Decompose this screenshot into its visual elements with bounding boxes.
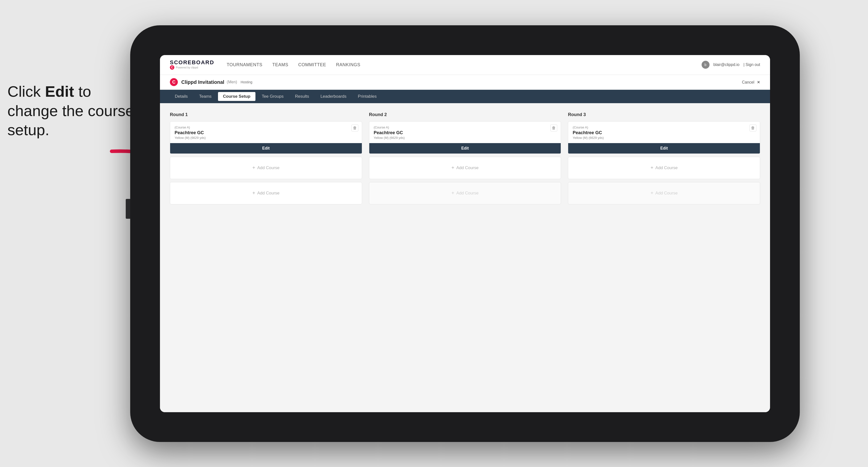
tab-leaderboards[interactable]: Leaderboards xyxy=(315,92,351,101)
add-course-label-6: Add Course xyxy=(655,191,678,196)
round-2-column: Round 2 🗑 (Course A) Peachtree GC Yellow… xyxy=(369,112,561,207)
tournament-gender: (Men) xyxy=(227,80,237,84)
round-2-course-card: 🗑 (Course A) Peachtree GC Yellow (M) (66… xyxy=(369,121,561,154)
round-3-delete-button[interactable]: 🗑 xyxy=(749,125,756,131)
tablet-screen: SCOREBOARD C Powered by clippd TOURNAMEN… xyxy=(160,55,770,412)
hosting-badge: Hosting xyxy=(241,80,252,84)
plus-icon-3: + xyxy=(452,165,454,170)
powered-by: C Powered by clippd xyxy=(170,65,214,70)
tournament-name: Clippd Invitational xyxy=(181,80,224,85)
add-course-label-2: Add Course xyxy=(257,191,279,196)
tab-results[interactable]: Results xyxy=(290,92,314,101)
round-2-course-name: Peachtree GC xyxy=(374,130,557,135)
round-1-course-card: 🗑 (Course A) Peachtree GC Yellow (M) (66… xyxy=(170,121,362,154)
annotation-text: Click Edit to change the course setup. xyxy=(7,82,136,139)
round-1-course-details: Yellow (M) (6629 yds) xyxy=(175,136,358,139)
round-1-delete-button[interactable]: 🗑 xyxy=(351,125,359,131)
tournament-logo: C xyxy=(170,78,178,86)
annotation-bold: Edit xyxy=(45,83,74,100)
nav-rankings[interactable]: RANKINGS xyxy=(336,62,360,67)
round-2-course-details: Yellow (M) (6629 yds) xyxy=(374,136,557,139)
main-content: Round 1 🗑 (Course A) Peachtree GC Yellow… xyxy=(160,103,770,412)
round-1-course-label: (Course A) xyxy=(175,125,358,129)
round-3-edit-button[interactable]: Edit xyxy=(568,143,760,154)
sign-out-link[interactable]: | Sign out xyxy=(744,62,760,67)
clippd-c-icon: C xyxy=(170,65,174,70)
round-2-header: Round 2 xyxy=(369,112,561,117)
round-3-course-details: Yellow (M) (6629 yds) xyxy=(572,136,755,139)
tablet-frame: SCOREBOARD C Powered by clippd TOURNAMEN… xyxy=(130,25,800,442)
nav-links: TOURNAMENTS TEAMS COMMITTEE RANKINGS xyxy=(227,62,702,67)
cancel-x-icon: ✕ xyxy=(757,80,760,84)
add-course-label-3: Add Course xyxy=(456,165,478,170)
round-1-add-course-1[interactable]: + Add Course xyxy=(170,157,362,179)
round-3-column: Round 3 🗑 (Course A) Peachtree GC Yellow… xyxy=(568,112,760,207)
plus-icon-6: + xyxy=(651,190,653,196)
tab-tee-groups[interactable]: Tee Groups xyxy=(257,92,289,101)
round-3-add-course-2: + Add Course xyxy=(568,182,760,205)
tab-details[interactable]: Details xyxy=(170,92,193,101)
round-1-add-course-2[interactable]: + Add Course xyxy=(170,182,362,205)
round-3-course-card: 🗑 (Course A) Peachtree GC Yellow (M) (66… xyxy=(568,121,760,154)
add-course-label-5: Add Course xyxy=(655,165,678,170)
plus-icon-5: + xyxy=(651,165,653,170)
round-3-header: Round 3 xyxy=(568,112,760,117)
tab-teams[interactable]: Teams xyxy=(194,92,217,101)
cancel-button[interactable]: Cancel ✕ xyxy=(742,80,760,85)
nav-teams[interactable]: TEAMS xyxy=(272,62,288,67)
nav-tournaments[interactable]: TOURNAMENTS xyxy=(227,62,262,67)
brand-logo: SCOREBOARD C Powered by clippd xyxy=(170,60,214,70)
sub-header: C Clippd Invitational (Men) Hosting Canc… xyxy=(160,75,770,90)
tab-course-setup[interactable]: Course Setup xyxy=(218,92,255,101)
plus-icon-4: + xyxy=(452,190,454,196)
round-1-edit-button[interactable]: Edit xyxy=(170,143,362,154)
add-course-label-4: Add Course xyxy=(456,191,478,196)
round-1-column: Round 1 🗑 (Course A) Peachtree GC Yellow… xyxy=(170,112,362,207)
add-course-label-1: Add Course xyxy=(257,165,279,170)
round-1-course-name: Peachtree GC xyxy=(175,130,358,135)
round-1-header: Round 1 xyxy=(170,112,362,117)
nav-right: b blair@clippd.io | Sign out xyxy=(702,61,761,69)
round-2-delete-button[interactable]: 🗑 xyxy=(550,125,557,131)
plus-icon-2: + xyxy=(252,190,255,196)
round-3-course-name: Peachtree GC xyxy=(572,130,755,135)
round-2-add-course-1[interactable]: + Add Course xyxy=(369,157,561,179)
brand-name: SCOREBOARD xyxy=(170,60,214,65)
tabs-bar: Details Teams Course Setup Tee Groups Re… xyxy=(160,90,770,103)
tab-printables[interactable]: Printables xyxy=(353,92,382,101)
round-3-course-label: (Course A) xyxy=(572,125,755,129)
rounds-grid: Round 1 🗑 (Course A) Peachtree GC Yellow… xyxy=(170,112,760,207)
nav-committee[interactable]: COMMITTEE xyxy=(298,62,327,67)
user-avatar: b xyxy=(702,61,710,69)
round-2-course-label: (Course A) xyxy=(374,125,557,129)
top-navigation: SCOREBOARD C Powered by clippd TOURNAMEN… xyxy=(160,55,770,75)
annotation-prefix: Click xyxy=(7,83,45,100)
round-2-add-course-2: + Add Course xyxy=(369,182,561,205)
round-2-edit-button[interactable]: Edit xyxy=(369,143,561,154)
plus-icon-1: + xyxy=(252,165,255,170)
user-email: blair@clippd.io xyxy=(713,62,740,67)
round-3-add-course-1[interactable]: + Add Course xyxy=(568,157,760,179)
